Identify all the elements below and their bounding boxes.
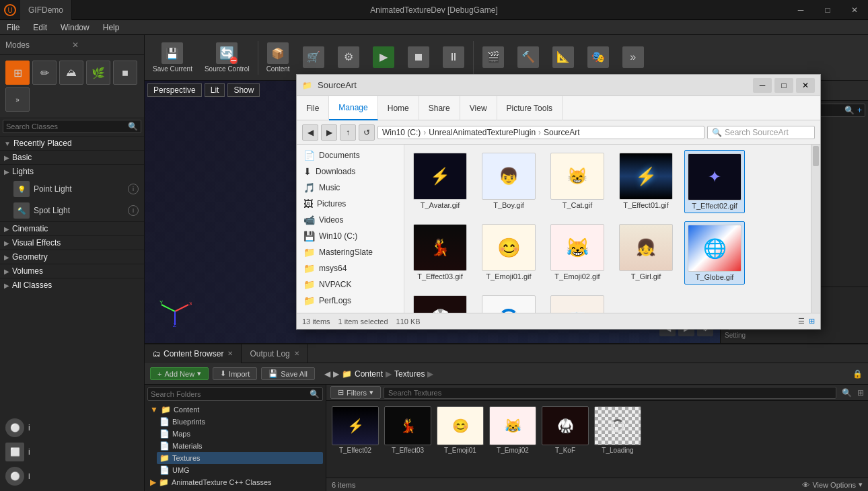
fe-item-avatar[interactable]: ⚡ T_Avatar.gif (410, 150, 470, 213)
close-button[interactable]: ✕ (841, 0, 868, 20)
fe-sidebar-perflogs[interactable]: 📁 PerfLogs (299, 293, 401, 309)
fe-sidebar-msys64[interactable]: 📁 msys64 (299, 260, 401, 276)
fe-tab-view[interactable]: View (460, 96, 497, 120)
cat-recently-placed[interactable]: ▼ Recently Placed (0, 136, 144, 150)
breadcrumb-content[interactable]: Content (355, 369, 383, 379)
toolbar-btn-build[interactable]: 🔨 (511, 38, 545, 78)
perspective-button[interactable]: Perspective (147, 83, 202, 97)
folder-umg[interactable]: 📄 UMG (157, 464, 323, 476)
fe-item-emoji01[interactable]: 😊 T_Emoji01.gif (478, 221, 539, 285)
app-tab[interactable]: GIFDemo (20, 0, 72, 20)
import-button[interactable]: ⬇ Import (213, 367, 257, 380)
toolbar-btn-marketplace[interactable]: 🛒 (297, 38, 330, 78)
lock-icon[interactable]: 🔒 (853, 369, 863, 379)
fe-item-globe[interactable]: 🌐 T_Globe.gif (684, 221, 745, 285)
cat-all-classes[interactable]: ▶ All Classes (0, 278, 144, 292)
breadcrumb-textures[interactable]: Textures (394, 369, 425, 379)
scroll-thumb[interactable] (813, 146, 819, 166)
cat-visual-effects[interactable]: ▶ Visual Effects (0, 235, 144, 250)
fe-sidebar-downloads[interactable]: ⬇ Downloads (299, 163, 401, 180)
cat-item-spotlight[interactable]: 🔦 Spot Light i (0, 200, 144, 221)
cat-volumes[interactable]: ▶ Volumes (0, 264, 144, 278)
info-icon[interactable]: i (128, 184, 139, 194)
filters-button[interactable]: ⊟ Filters ▾ (330, 386, 381, 399)
menu-edit[interactable]: Edit (26, 20, 54, 35)
fe-sidebar-pictures[interactable]: 🖼 Pictures (299, 196, 401, 212)
fe-forward-button[interactable]: ▶ (321, 124, 337, 141)
fe-close-button[interactable]: ✕ (796, 78, 815, 93)
fe-tab-file[interactable]: File (297, 96, 329, 120)
fe-sidebar-documents[interactable]: 📄 Documents (299, 147, 401, 163)
source-control-button[interactable]: 🔄 ⛔ Source Control (199, 38, 255, 78)
asset-t-emoji02[interactable]: 😹 T_Emoji02 (489, 406, 536, 472)
tab-close-icon[interactable]: ✕ (294, 350, 299, 357)
fe-tab-manage[interactable]: Manage (329, 96, 377, 120)
fe-up-button[interactable]: ↑ (340, 124, 356, 141)
fe-minimize-button[interactable]: ─ (753, 78, 772, 93)
toolbar-btn-matinee[interactable]: 🎭 (581, 38, 615, 78)
save-all-button[interactable]: 💾 Save All (261, 367, 315, 380)
folder-blueprints[interactable]: 📄 Blueprints (157, 416, 323, 428)
cat-basic[interactable]: ▶ Basic (0, 150, 144, 164)
add-icon[interactable]: + (857, 106, 862, 115)
folder-textures[interactable]: 📁 Textures (157, 452, 323, 464)
fe-item-boy[interactable]: 👦 T_Boy.gif (478, 150, 539, 213)
fe-item-emoji02[interactable]: 😹 T_Emoji02.gif (547, 221, 608, 285)
tab-output-log[interactable]: Output Log ✕ (242, 344, 308, 363)
fe-sidebar-nvpack[interactable]: 📁 NVPACK (299, 276, 401, 293)
mode-geometry[interactable]: ◼ (113, 61, 137, 85)
save-current-button[interactable]: 💾 Save Current (147, 38, 198, 78)
mode-foliage[interactable]: 🌿 (86, 61, 110, 85)
fe-item-loading[interactable]: T_Loading.gif (478, 293, 539, 313)
toolbar-btn-content[interactable]: 📦 Content (261, 38, 295, 78)
fe-tab-share[interactable]: Share (419, 96, 460, 120)
info-icon[interactable]: i (28, 471, 30, 481)
toolbar-btn-settings[interactable]: ⚙ (332, 38, 365, 78)
tab-content-browser[interactable]: 🗂 Content Browser ✕ (145, 344, 242, 363)
info-icon[interactable]: i (128, 205, 139, 216)
fe-sidebar-videos[interactable]: 📹 Videos (299, 212, 401, 228)
info-icon[interactable]: i (28, 447, 30, 457)
fe-grid-view-button[interactable]: ⊞ (809, 317, 815, 326)
asset-t-kof[interactable]: 🥋 T_KoF (542, 406, 589, 472)
fe-item-kof[interactable]: 🥋 T_KoF.gif (410, 293, 470, 313)
view-options-button[interactable]: 👁 View Options ▾ (802, 480, 863, 489)
fe-maximize-button[interactable]: □ (774, 78, 793, 93)
search-classes-input[interactable] (6, 122, 128, 130)
nav-back-icon[interactable]: ◀ (324, 369, 330, 379)
menu-window[interactable]: Window (54, 20, 96, 35)
fe-sidebar-win10[interactable]: 💾 Win10 (C:) (299, 228, 401, 244)
fe-sidebar-masteringslate[interactable]: 📁 MasteringSlate (299, 244, 401, 260)
cat-item-light[interactable]: 💡 Point Light i (0, 178, 144, 200)
folder-cpp-classes[interactable]: ▶ 📁 AnimatedTexture C++ Classes (147, 476, 323, 488)
mode-expand[interactable]: » (5, 87, 30, 112)
fe-scrollbar[interactable] (811, 145, 820, 313)
fe-item-girl[interactable]: 👧 T_Girl.gif (616, 221, 676, 285)
info-icon[interactable]: i (28, 423, 30, 432)
asset-grid-icon[interactable]: ⊞ (857, 388, 864, 398)
fe-search-bar[interactable]: 🔍 Search SourceArt (707, 126, 815, 139)
folder-materials[interactable]: 📄 Materials (157, 440, 323, 452)
cat-cinematic[interactable]: ▶ Cinematic (0, 221, 144, 235)
asset-t-loading[interactable]: T_Loading (594, 406, 641, 472)
asset-t-effect03[interactable]: T_Effect03 (384, 406, 431, 472)
fe-item-effect02[interactable]: ✦ T_Effect02.gif (684, 150, 745, 213)
fe-sidebar-music[interactable]: 🎵 Music (299, 180, 401, 196)
asset-t-emoji01[interactable]: 😊 T_Emoji01 (437, 406, 484, 472)
mode-place[interactable]: ⊞ (5, 61, 30, 85)
fe-item-reading[interactable]: 📖 T_Reading.gif (547, 293, 608, 313)
fe-tab-picture-tools[interactable]: Picture Tools (497, 96, 563, 120)
toolbar-btn-more[interactable]: » (616, 38, 650, 78)
show-button[interactable]: Show (227, 83, 260, 97)
nav-forward-icon[interactable]: ▶ (333, 369, 339, 379)
fe-address-bar[interactable]: Win10 (C:) › UnrealAnimatedTexturePlugin… (377, 126, 704, 139)
fe-tab-home[interactable]: Home (378, 96, 419, 120)
asset-t-effect02[interactable]: T_Effect02 (332, 406, 379, 472)
toolbar-btn-blueprints[interactable]: 📐 (546, 38, 580, 78)
cat-lights[interactable]: ▶ Lights (0, 164, 144, 178)
mode-paint[interactable]: ✏ (32, 61, 57, 85)
tab-close-icon[interactable]: ✕ (227, 350, 233, 357)
minimize-button[interactable]: ─ (787, 0, 814, 20)
add-new-button[interactable]: + Add New ▾ (150, 367, 209, 380)
lit-button[interactable]: Lit (205, 83, 225, 97)
